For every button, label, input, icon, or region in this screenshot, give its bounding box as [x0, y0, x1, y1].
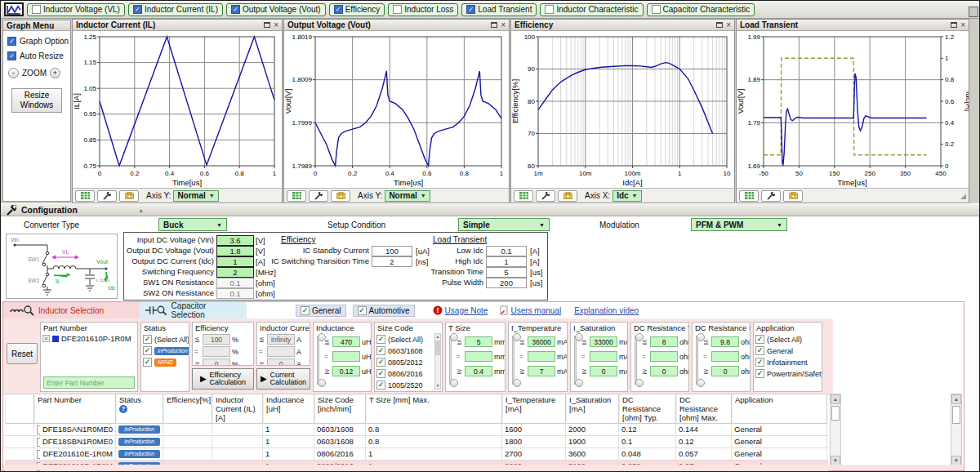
- filter-value-input[interactable]: 0: [590, 366, 617, 376]
- settings-button[interactable]: [536, 190, 555, 202]
- resize-windows-button[interactable]: Resize Windows: [11, 88, 62, 113]
- filter-list-item[interactable]: ✓Powertrain/Safety: [755, 369, 820, 378]
- scroll-up-icon[interactable]: ▲: [831, 394, 840, 404]
- table-row[interactable]: DFE18SBN1R0ME0InProduction10603/16080.81…: [5, 436, 828, 448]
- config-field-input[interactable]: 1: [486, 256, 527, 267]
- configuration-section-header[interactable]: Configuration ▴: [1, 203, 980, 216]
- config-field-input[interactable]: 0.1: [216, 278, 254, 288]
- config-field-input[interactable]: 2: [372, 256, 412, 267]
- slider-knob[interactable]: [697, 379, 705, 387]
- toggle-load-transient[interactable]: ✓Load Transient: [461, 3, 537, 16]
- toggle-capacitor-characteristic[interactable]: Capacitor Characteristic: [647, 3, 755, 16]
- scrollbar-thumb[interactable]: [952, 406, 960, 424]
- config-field-input[interactable]: 200: [486, 278, 527, 288]
- table-row[interactable]: DFE201610E-1R0MInProduction10806/2016127…: [5, 448, 828, 461]
- filter-value-input[interactable]: [203, 346, 230, 357]
- close-icon[interactable]: ×: [960, 21, 965, 29]
- users-manual-link[interactable]: Users manual: [510, 306, 561, 315]
- panel-scrollbar[interactable]: ▲ ▼: [951, 394, 962, 466]
- scroll-down-icon[interactable]: ▼: [435, 383, 440, 389]
- scrollbar-thumb[interactable]: [831, 406, 840, 421]
- table-header-cell[interactable]: I_Temperature [mA]: [502, 394, 566, 424]
- toggle-inductor-loss[interactable]: Inductor Loss: [388, 3, 458, 16]
- toggle-inductor-voltage-vl[interactable]: Inductor Voltage (VL): [27, 3, 125, 16]
- maximize-icon[interactable]: [716, 22, 723, 28]
- filter-list-item[interactable]: ✓(Select All): [376, 335, 440, 344]
- table-scrollbar[interactable]: ▲ ▼: [830, 394, 841, 466]
- filter-value-input[interactable]: [465, 351, 492, 362]
- scroll-button[interactable]: [969, 7, 978, 17]
- explanation-video-link[interactable]: Explanation video: [574, 306, 639, 315]
- filter-value-input[interactable]: Infinity: [267, 334, 295, 345]
- filter-value-input[interactable]: 8: [650, 336, 678, 347]
- table-row[interactable]: DFE18SAN1R0ME0InProduction10603/16080.81…: [5, 424, 828, 436]
- table-header-cell[interactable]: Size Code [inch/mm]: [314, 394, 366, 424]
- setup-condition-select[interactable]: Simple▼: [458, 218, 550, 231]
- graph-option-toggle[interactable]: ✓ Graph Option: [7, 37, 70, 46]
- config-field-input[interactable]: 1: [216, 256, 254, 267]
- axis-y-select[interactable]: Normal▼: [385, 190, 430, 202]
- filter-list-item[interactable]: ✓1005/2520: [376, 381, 440, 390]
- filter-list-item[interactable]: ✓(Select All): [143, 335, 187, 344]
- filter-list-item[interactable]: ✓InProduction: [143, 346, 187, 355]
- table-header-cell[interactable]: DC Resistance [ohm] Typ.: [619, 394, 676, 424]
- filter-list-item[interactable]: ✓NRND: [143, 358, 187, 367]
- table-header-cell[interactable]: DC Resistance [ohm] Max.: [676, 394, 732, 424]
- close-icon[interactable]: ×: [501, 21, 506, 29]
- filter-value-input[interactable]: 0.12: [332, 366, 360, 376]
- maximize-icon[interactable]: [264, 22, 270, 28]
- table-header-cell[interactable]: Efficiency[%]: [163, 394, 212, 424]
- table-header-cell[interactable]: Part Number: [34, 394, 116, 424]
- slider-knob[interactable]: [635, 333, 644, 341]
- scroll-up-icon[interactable]: ▲: [435, 334, 440, 340]
- filter-value-input[interactable]: 33000: [590, 336, 617, 347]
- tab-inductor-selection[interactable]: Inductor Selection: [3, 302, 139, 318]
- filter-list-item[interactable]: ✓0806/2016: [376, 369, 440, 378]
- scrollbar-thumb[interactable]: [435, 341, 440, 355]
- filter-value-input[interactable]: [528, 351, 555, 362]
- filter-value-input[interactable]: [650, 351, 678, 362]
- modulation-select[interactable]: PFM & PWM▼: [691, 218, 787, 231]
- table-header-cell[interactable]: Inductor Current (IL) [A]: [212, 394, 263, 424]
- table-header-cell[interactable]: Application: [732, 394, 827, 424]
- config-field-input[interactable]: 0.1: [486, 246, 527, 256]
- config-field-input[interactable]: 0.1: [216, 288, 254, 299]
- snapshot-button[interactable]: [558, 190, 577, 202]
- zoom-out-button[interactable]: -: [8, 68, 19, 78]
- part-number-input[interactable]: Enter Part Number: [43, 376, 135, 389]
- slider-knob[interactable]: [575, 379, 583, 387]
- table-header-cell[interactable]: [5, 394, 34, 424]
- filter-list-item[interactable]: ✓0603/1608: [376, 346, 440, 355]
- filter-value-input[interactable]: 0: [711, 366, 739, 376]
- zoom-in-button[interactable]: +: [50, 68, 60, 78]
- window-title-bar[interactable]: Efficiency ×: [511, 20, 734, 31]
- axis-y-select[interactable]: Normal▼: [173, 190, 218, 202]
- filter-value-input[interactable]: 0: [203, 358, 230, 366]
- close-icon[interactable]: ×: [726, 21, 731, 29]
- filter-list-item[interactable]: ✓0805/2012: [376, 358, 440, 367]
- settings-button[interactable]: [761, 190, 781, 202]
- remove-icon[interactable]: ×: [42, 335, 50, 342]
- filter-value-input[interactable]: [332, 351, 360, 362]
- maximize-icon[interactable]: [951, 22, 957, 28]
- window-title-bar[interactable]: Output Voltage (Vout) ×: [284, 20, 509, 31]
- csv-save-button[interactable]: [75, 190, 95, 202]
- close-icon[interactable]: ×: [274, 21, 278, 29]
- filter-value-input[interactable]: 7: [528, 366, 555, 376]
- converter-type-select[interactable]: Buck▼: [158, 218, 227, 231]
- help-icon[interactable]: ?: [119, 405, 127, 413]
- table-header-cell[interactable]: Status?: [116, 394, 163, 424]
- filter-value-input[interactable]: 9.8: [711, 336, 739, 347]
- toggle-inductor-current-il[interactable]: ✓Inductor Current (IL): [128, 3, 223, 16]
- tab-capacitor-selection[interactable]: Capacitor Selection: [139, 302, 247, 318]
- axis-x-select[interactable]: Idc▼: [612, 190, 641, 202]
- filter-value-input[interactable]: [711, 351, 739, 362]
- current-calculation-button[interactable]: ▶CurrentCalculation: [256, 368, 310, 390]
- toggle-efficiency[interactable]: ✓Efficiency: [329, 3, 385, 16]
- slider-knob[interactable]: [318, 333, 326, 341]
- slider-knob[interactable]: [450, 333, 458, 341]
- table-header-cell[interactable]: Inductance [uH]: [263, 394, 314, 424]
- list-scrollbar[interactable]: ▲▼: [434, 333, 441, 390]
- config-field-input[interactable]: 3.6: [216, 235, 254, 246]
- csv-save-button[interactable]: [287, 190, 306, 202]
